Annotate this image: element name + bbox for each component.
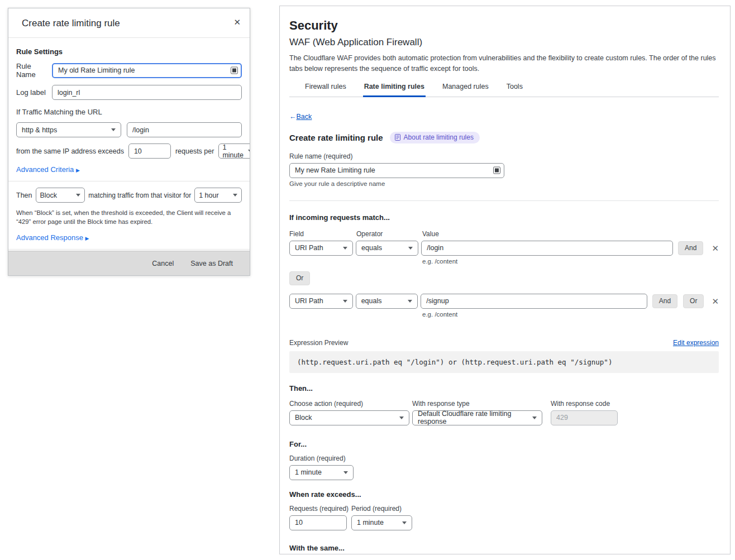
tab-tools[interactable]: Tools [505, 83, 524, 97]
security-waf-page: Security WAF (Web Application Firewall) … [279, 6, 731, 554]
rule-name-input[interactable] [52, 63, 242, 78]
action-select[interactable]: Block [289, 410, 409, 425]
response-type-select[interactable]: Default Cloudflare rate limiting respons… [412, 410, 542, 425]
divider [289, 200, 719, 201]
value-helper: e.g. /content [422, 311, 719, 318]
value-input[interactable] [421, 294, 647, 309]
same-section-title: With the same... [289, 544, 719, 552]
chevron-down-icon [233, 194, 237, 197]
divider [8, 181, 250, 181]
autofill-icon[interactable] [231, 67, 238, 74]
save-as-draft-button[interactable]: Save as Draft [190, 260, 233, 267]
chevron-down-icon [111, 128, 116, 131]
rate-period-select[interactable]: 1 minute [351, 515, 412, 530]
action-select[interactable]: Block [36, 188, 85, 203]
expression-header: Expression Preview Edit expression [289, 339, 719, 347]
about-rate-limiting-badge[interactable]: About rate limiting rules [390, 132, 480, 143]
waf-tabs: Firewall rules Rate limiting rules Manag… [289, 83, 719, 97]
then-section-title: Then... [289, 384, 719, 393]
rule-name-label: Rule Name [16, 62, 52, 79]
modal-title: Create rate limiting rule [22, 18, 120, 29]
then-labels: Choose action (required) With response t… [289, 400, 719, 408]
threshold-input[interactable] [128, 143, 171, 159]
chevron-down-icon [408, 300, 412, 303]
and-button[interactable]: And [678, 241, 703, 255]
page-subtitle: WAF (Web Application Firewall) [289, 37, 719, 48]
period-label: Period (required) [351, 505, 402, 513]
match-row: URI Path equals And Or ✕ [289, 294, 719, 309]
chevron-down-icon [248, 150, 250, 152]
log-label-row: Log label [16, 85, 242, 100]
rate-labels: Requests (required) Period (required) [289, 505, 719, 513]
threshold-prefix: from the same IP address exceeds [16, 147, 124, 155]
page-description: The Cloudflare WAF provides both automat… [289, 53, 717, 74]
response-type-label: With response type [412, 400, 551, 408]
divider [8, 249, 250, 250]
choose-action-label: Choose action (required) [289, 400, 412, 408]
back-link[interactable]: ←Back [289, 113, 312, 121]
or-button[interactable]: Or [683, 294, 704, 308]
chevron-down-icon [532, 417, 537, 419]
duration-select[interactable]: 1 minute [289, 465, 354, 480]
value-helper: e.g. /content [422, 258, 719, 265]
create-rate-limit-modal: Create rate limiting rule ✕ Rule Setting… [8, 8, 250, 276]
then-controls: Block Default Cloudflare rate limiting r… [289, 410, 719, 425]
operator-select[interactable]: equals [356, 241, 418, 256]
response-code-input [551, 410, 618, 425]
rule-name-input[interactable] [289, 163, 504, 178]
cancel-button[interactable]: Cancel [152, 260, 174, 267]
response-code-label: With response code [551, 400, 610, 408]
period-select[interactable]: 1 minute [218, 143, 250, 159]
scheme-select[interactable]: http & https [16, 122, 121, 137]
expand-icon: ▶ [76, 167, 80, 173]
threshold-row: from the same IP address exceeds request… [16, 143, 242, 159]
modal-header: Create rate limiting rule ✕ [8, 8, 250, 38]
then-suffix: matching traffic from that visitor for [88, 192, 191, 199]
rule-name-row: Rule Name [16, 62, 242, 79]
url-input[interactable] [127, 122, 242, 137]
chevron-down-icon [76, 194, 80, 197]
threshold-suffix: requests per [175, 147, 214, 155]
or-button[interactable]: Or [289, 271, 310, 285]
and-button[interactable]: And [652, 294, 677, 308]
chevron-down-icon [343, 300, 347, 303]
edit-expression-link[interactable]: Edit expression [673, 339, 719, 347]
field-select[interactable]: URI Path [289, 241, 353, 256]
match-section-title: If incoming requests match... [289, 213, 719, 222]
back-arrow-icon: ← [289, 113, 297, 121]
remove-icon[interactable]: ✕ [712, 294, 719, 308]
autofill-icon[interactable] [493, 167, 500, 174]
advanced-criteria-link[interactable]: Advanced Criteria ▶ [16, 165, 242, 174]
form-title: Create rate limiting rule [289, 133, 383, 142]
block-duration-select[interactable]: 1 hour [194, 188, 242, 203]
value-column-label: Value [422, 230, 439, 238]
rate-controls: 1 minute [289, 515, 719, 530]
expand-icon: ▶ [85, 236, 89, 241]
requests-input[interactable] [289, 515, 347, 530]
field-select[interactable]: URI Path [289, 294, 353, 309]
field-column-label: Field [289, 230, 356, 238]
remove-icon[interactable]: ✕ [712, 241, 719, 255]
form-heading-row: Create rate limiting rule About rate lim… [289, 132, 719, 143]
log-label-input[interactable] [52, 85, 242, 100]
for-section-title: For... [289, 440, 719, 448]
value-input[interactable] [421, 241, 673, 256]
tab-managed-rules[interactable]: Managed rules [441, 83, 490, 97]
chevron-down-icon [399, 417, 404, 419]
duration-label: Duration (required) [289, 454, 719, 462]
expression-preview-label: Expression Preview [289, 339, 348, 347]
document-icon [395, 134, 400, 141]
modal-footer: Cancel Save as Draft [8, 251, 250, 275]
tab-firewall-rules[interactable]: Firewall rules [304, 83, 347, 97]
advanced-response-link[interactable]: Advanced Response ▶ [16, 233, 242, 242]
block-note: When “Block” is set, when the threshold … [16, 208, 242, 227]
modal-body: Rule Settings Rule Name Log label If Tra… [8, 38, 250, 251]
chevron-down-icon [402, 521, 407, 524]
tab-rate-limiting-rules[interactable]: Rate limiting rules [363, 83, 426, 97]
operator-select[interactable]: equals [356, 294, 418, 309]
match-column-headers: Field Operator Value [289, 230, 719, 238]
chevron-down-icon [343, 471, 348, 474]
close-icon[interactable]: ✕ [233, 18, 241, 26]
page-title: Security [289, 18, 719, 33]
log-label-label: Log label [16, 88, 52, 97]
